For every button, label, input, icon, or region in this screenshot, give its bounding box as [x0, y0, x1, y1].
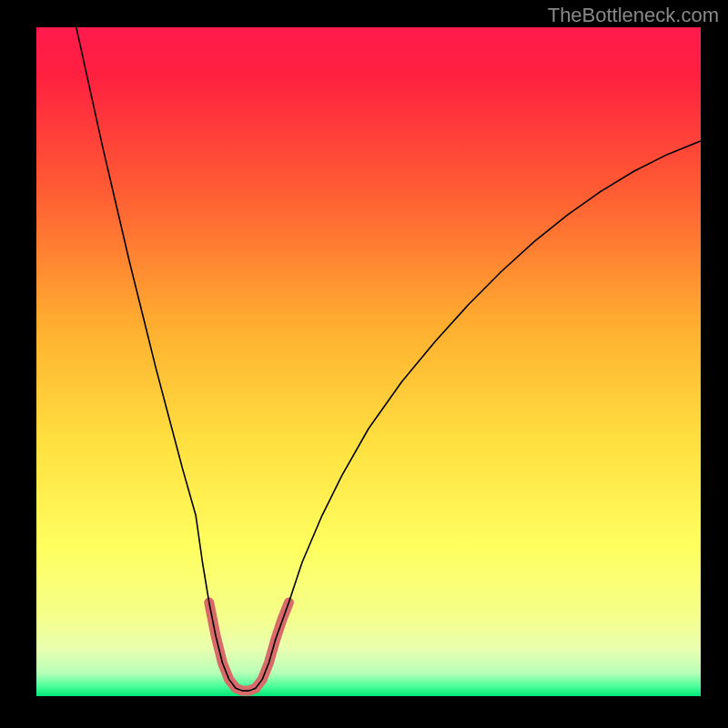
- chart-container: TheBottleneck.com: [0, 0, 728, 728]
- gradient-background: [36, 27, 701, 696]
- bottleneck-chart: [36, 27, 701, 696]
- watermark-text: TheBottleneck.com: [548, 4, 719, 27]
